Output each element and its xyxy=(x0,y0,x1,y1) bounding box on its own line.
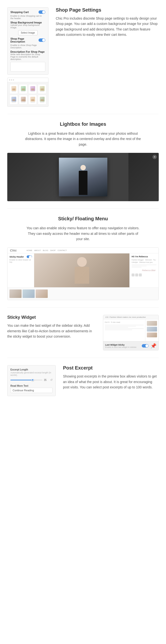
sticky-header-label: Sticky Header xyxy=(10,256,24,258)
social-icon-3[interactable] xyxy=(139,274,142,276)
read-more-label: Read More Text xyxy=(11,384,53,387)
sticky-widget-title: Sticky Widget xyxy=(7,315,96,320)
shop-item-img-6 xyxy=(21,97,26,102)
excerpt-length-sublabel: Automatically generated excerpt length (… xyxy=(11,372,53,376)
shop-settings-panel: Shopping Cart Enable to show Shopping ca… xyxy=(7,7,49,107)
shop-section-title: Shop Page Settings xyxy=(56,7,159,13)
widget-sticky-toggle[interactable] xyxy=(142,344,148,348)
sticky-header-toggle[interactable] xyxy=(27,256,32,258)
widget-preview-container: 131: Fashion Week makes me more producti… xyxy=(103,315,159,350)
shop-item-8 xyxy=(38,95,46,104)
shop-preview xyxy=(7,78,49,107)
shop-item-line-2 xyxy=(21,92,26,92)
sticky-line-2 xyxy=(132,266,147,266)
widget-content: Oct 9 · 5 min read xyxy=(103,320,145,341)
refresh-icon[interactable]: ↺ xyxy=(50,378,53,382)
widget-preview-body: Oct 9 · 5 min read xyxy=(103,320,158,341)
preview-dot-1 xyxy=(9,79,10,80)
widget-line-2 xyxy=(105,326,136,326)
excerpt-range-bar[interactable] xyxy=(11,380,42,380)
sticky-face xyxy=(75,257,89,284)
sticky-right-panel: Hi! I'm Rebecca Fashion blogger · Skinca… xyxy=(129,254,158,287)
social-icon-2[interactable] xyxy=(135,274,138,276)
shop-section-desc: Chic Pro includes discrete Shop page set… xyxy=(56,16,159,38)
sticky-preview-header: Chic HOME ABOUT BLOG SHOP CONTACT xyxy=(8,248,158,254)
nav-item-4: SHOP xyxy=(50,249,56,252)
lightbox-bg-left xyxy=(7,153,60,201)
shop-desc-toggle[interactable] xyxy=(39,38,45,42)
excerpt-range-fill xyxy=(11,380,33,380)
widget-content-meta: Oct 9 · 5 min read xyxy=(105,321,144,324)
widget-setting-text: Last Widget Sticky Enable to stick last … xyxy=(105,344,137,348)
shop-preview-grid xyxy=(8,82,48,106)
sticky-menu-section: Sticky/ Floating Menu You can also enabl… xyxy=(0,209,166,307)
shop-item-line-1 xyxy=(12,92,16,92)
widget-description: Sticky Widget You can make the last widg… xyxy=(7,315,96,345)
shopping-cart-sublabel: Enable to show Shopping cart in the head… xyxy=(11,15,45,20)
nav-item-3: BLOG xyxy=(43,249,48,252)
shopping-cart-label: Shopping Cart xyxy=(11,11,29,14)
shop-custom-desc-sublabel: Write new description for Shop Page to o… xyxy=(11,53,45,60)
lightbox-image xyxy=(59,158,107,196)
shop-item-img-2 xyxy=(21,86,26,91)
shop-settings-box: Shopping Cart Enable to show Shopping ca… xyxy=(7,7,49,75)
preview-dot-2 xyxy=(11,79,12,80)
sticky-thumbnails xyxy=(8,287,158,300)
widget-sidebar xyxy=(145,320,158,341)
widget-sidebar-img-2 xyxy=(147,327,157,332)
preview-dot-3 xyxy=(13,79,14,80)
sticky-menu-preview: Chic HOME ABOUT BLOG SHOP CONTACT Sticky… xyxy=(7,248,159,300)
widget-sidebar-img-1 xyxy=(147,321,157,326)
sticky-blog-name: Rebecca Blair xyxy=(132,268,156,272)
shop-item-3 xyxy=(28,84,37,94)
widget-setting-sublabel: Enable to stick last widget in sidebar. xyxy=(105,346,137,348)
shopping-cart-toggle[interactable] xyxy=(39,10,45,14)
shop-item-img-7 xyxy=(30,97,35,102)
sticky-line-1 xyxy=(132,264,156,265)
shop-item-line-7 xyxy=(31,102,35,102)
excerpt-section-desc: Showing post excerpts in the preview box… xyxy=(63,374,159,390)
excerpt-section: Excerpt Length Automatically generated e… xyxy=(0,358,166,404)
widget-setting-bar: Last Widget Sticky Enable to stick last … xyxy=(103,341,158,350)
shop-section: Shopping Cart Enable to show Shopping ca… xyxy=(0,0,166,114)
sticky-thumb-1 xyxy=(10,290,22,298)
sticky-preview-logo: Chic xyxy=(10,248,17,252)
select-image-button[interactable]: Select Image xyxy=(18,30,38,35)
sticky-main-image xyxy=(34,254,129,287)
sticky-header-row: Sticky Header xyxy=(10,256,32,258)
sticky-image-bg xyxy=(34,254,129,287)
shopping-cart-row: Shopping Cart xyxy=(11,10,45,14)
social-icon-1[interactable] xyxy=(132,274,134,276)
nav-item-1: HOME xyxy=(26,249,32,252)
excerpt-range-thumb[interactable] xyxy=(32,379,34,381)
sticky-line-3 xyxy=(132,267,141,268)
lightbox-title: Lightbox for Images xyxy=(7,122,159,127)
shop-item-img-5 xyxy=(11,97,16,102)
sticky-menu-desc: You can also enable sticky menu feature … xyxy=(25,226,141,242)
shop-desc-row: Shop Page Description xyxy=(11,37,45,43)
nav-item-2: ABOUT xyxy=(34,249,41,252)
shop-item-img-1 xyxy=(11,86,16,91)
shop-item-img-4 xyxy=(40,86,45,91)
widget-preview: 131: Fashion Week makes me more producti… xyxy=(103,315,159,350)
sticky-header-sublabel: Enable to stick header at top. xyxy=(10,259,32,263)
widget-setting-label: Last Widget Sticky xyxy=(105,344,137,346)
shop-item-line-4 xyxy=(40,92,44,92)
person-head xyxy=(80,165,86,170)
shop-item-2 xyxy=(19,84,27,94)
shop-item-5 xyxy=(10,95,18,104)
shop-desc-sublabel: Enable to show Shop Page Description. xyxy=(11,44,45,49)
nav-item-5: CONTACT xyxy=(58,249,67,252)
read-more-input[interactable] xyxy=(11,388,53,393)
body-shape xyxy=(75,267,89,284)
shop-desc-label: Shop Page Description xyxy=(11,37,39,43)
widget-line-3 xyxy=(105,327,128,328)
widget-controls: 📌 xyxy=(142,343,156,349)
shop-desc-textarea[interactable] xyxy=(11,62,45,72)
widget-line-4 xyxy=(105,328,144,329)
shop-item-line-6 xyxy=(21,102,26,102)
shop-item-6 xyxy=(19,95,27,104)
lightbox-section: Lightbox for Images Lightbox is a great … xyxy=(0,114,166,208)
lightbox-preview: × xyxy=(7,153,159,201)
sticky-blog-title: Hi! I'm Rebecca xyxy=(132,256,156,258)
